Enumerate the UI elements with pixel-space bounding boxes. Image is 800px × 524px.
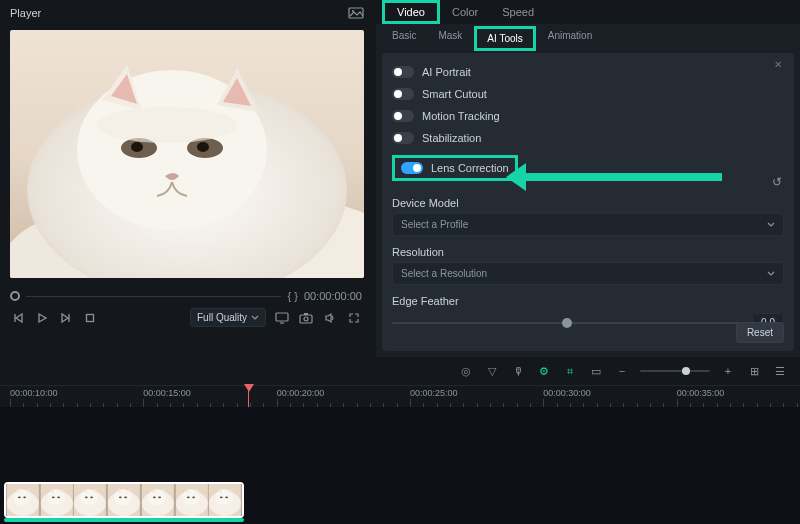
lens-correction-block: Lens Correction [392, 149, 784, 187]
svg-point-45 [186, 496, 189, 498]
video-clip-bar [4, 518, 244, 522]
tl-mic-icon[interactable]: 🎙 [510, 363, 526, 379]
progress-bar[interactable] [26, 296, 281, 297]
tab-speed[interactable]: Speed [490, 0, 546, 24]
toggle-stabilization[interactable]: Stabilization [392, 127, 784, 149]
svg-rect-13 [276, 313, 288, 321]
subtab-basic[interactable]: Basic [382, 26, 426, 51]
chevron-down-icon [251, 314, 259, 322]
clip-thumb [208, 484, 242, 516]
volume-icon[interactable] [322, 310, 338, 326]
ruler-mark: 00:00:25:00 [410, 388, 458, 398]
toggle-lens-correction[interactable]: Lens Correction [392, 155, 518, 181]
svg-point-30 [85, 496, 88, 498]
svg-rect-12 [87, 314, 94, 321]
timeline-ruler[interactable]: 00:00:10:0000:00:15:0000:00:20:0000:00:2… [0, 385, 800, 407]
video-clip[interactable] [4, 482, 244, 518]
ruler-mark: 00:00:15:00 [143, 388, 191, 398]
tl-magnet-icon[interactable]: ⌗ [562, 363, 578, 379]
toggle-ai-portrait[interactable]: AI Portrait [392, 61, 784, 83]
clip-thumb [6, 484, 40, 516]
timeline-toolbar: ◎ ▽ 🎙 ⚙ ⌗ ▭ − + ⊞ ☰ [0, 357, 800, 385]
tl-adjust-icon[interactable]: ⚙ [536, 363, 552, 379]
snapshot-icon[interactable] [348, 6, 364, 20]
svg-point-21 [23, 496, 26, 498]
tl-zoom-out-icon[interactable]: − [614, 363, 630, 379]
video-preview[interactable] [10, 30, 364, 278]
chevron-down-icon [767, 221, 775, 229]
svg-point-25 [52, 496, 55, 498]
tl-shield-icon[interactable]: ▽ [484, 363, 500, 379]
curly-braces-icon: { } [287, 290, 297, 302]
tab-video[interactable]: Video [382, 0, 440, 24]
toggle-smart-cutout[interactable]: Smart Cutout [392, 83, 784, 105]
tl-marker-icon[interactable]: ▭ [588, 363, 604, 379]
device-model-select[interactable]: Select a Profile [392, 213, 784, 236]
sub-tabs: Basic Mask AI Tools Animation [376, 24, 800, 51]
reset-button[interactable]: Reset [736, 322, 784, 343]
fullscreen-icon[interactable] [346, 310, 362, 326]
tab-color[interactable]: Color [440, 0, 490, 24]
subtab-ai-tools[interactable]: AI Tools [474, 26, 535, 51]
player-header: Player [2, 2, 370, 24]
ruler-mark: 00:00:20:00 [277, 388, 325, 398]
quality-label: Full Quality [197, 312, 247, 323]
resolution-select[interactable]: Select a Resolution [392, 262, 784, 285]
main-tabs: Video Color Speed [376, 0, 800, 24]
timecode-position: 00:00:00:00 [304, 290, 362, 302]
clip-thumb [73, 484, 107, 516]
panel-close-icon[interactable]: ✕ [774, 59, 782, 70]
tl-list-icon[interactable]: ☰ [772, 363, 788, 379]
ruler-mark: 00:00:35:00 [677, 388, 725, 398]
slider-thumb-icon[interactable] [562, 318, 572, 328]
player-progress-row: { } 00:00:00:00 [10, 290, 362, 302]
svg-rect-16 [304, 313, 308, 315]
ruler-mark: 00:00:30:00 [543, 388, 591, 398]
device-model-placeholder: Select a Profile [401, 219, 468, 230]
svg-rect-14 [300, 315, 312, 323]
transport-buttons [10, 310, 98, 326]
zoom-thumb-icon[interactable] [682, 367, 690, 375]
player-title-label: Player [10, 7, 41, 19]
svg-point-35 [119, 496, 122, 498]
step-back-icon[interactable] [10, 310, 26, 326]
svg-point-40 [153, 496, 156, 498]
player-controls: Full Quality [10, 308, 362, 327]
svg-point-11 [97, 107, 237, 143]
toggle-motion-tracking[interactable]: Motion Tracking [392, 105, 784, 127]
zoom-slider[interactable] [640, 370, 710, 372]
upper-area: Player [0, 0, 800, 357]
play-icon[interactable] [34, 310, 50, 326]
edge-feather-row: 0.0 [392, 313, 784, 332]
resolution-placeholder: Select a Resolution [401, 268, 487, 279]
tl-fit-icon[interactable]: ⊞ [746, 363, 762, 379]
timeline-area: ◎ ▽ 🎙 ⚙ ⌗ ▭ − + ⊞ ☰ 00:00:10:0000:00:15:… [0, 357, 800, 524]
timeline-tracks[interactable] [0, 407, 800, 524]
subtab-mask[interactable]: Mask [428, 26, 472, 51]
resolution-label: Resolution [392, 246, 784, 258]
clip-thumb [107, 484, 141, 516]
inspector-pane: Video Color Speed Basic Mask AI Tools An… [376, 0, 800, 357]
progress-handle-icon[interactable] [10, 291, 20, 301]
revert-icon[interactable]: ↺ [772, 175, 782, 189]
svg-point-41 [158, 496, 161, 498]
svg-point-10 [197, 142, 209, 152]
svg-point-36 [124, 496, 127, 498]
step-forward-icon[interactable] [58, 310, 74, 326]
lens-toggle-icon [401, 162, 423, 174]
device-model-label: Device Model [392, 197, 784, 209]
tl-record-icon[interactable]: ◎ [458, 363, 474, 379]
chevron-down-icon [767, 270, 775, 278]
svg-point-31 [91, 496, 94, 498]
subtab-animation[interactable]: Animation [538, 26, 602, 51]
display-icon[interactable] [274, 310, 290, 326]
camera-icon[interactable] [298, 310, 314, 326]
quality-dropdown[interactable]: Full Quality [190, 308, 266, 327]
app-root: Player [0, 0, 800, 524]
edge-feather-slider[interactable] [392, 322, 742, 324]
svg-point-15 [304, 317, 308, 321]
tl-zoom-in-icon[interactable]: + [720, 363, 736, 379]
stop-icon[interactable] [82, 310, 98, 326]
edge-feather-label: Edge Feather [392, 295, 784, 307]
svg-point-26 [57, 496, 60, 498]
